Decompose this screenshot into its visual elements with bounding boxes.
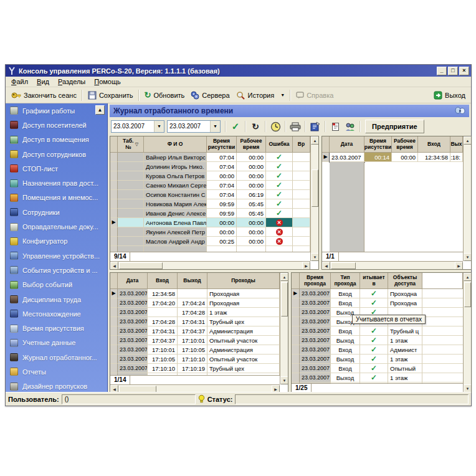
sidebar-item[interactable]: Назначения прав дост... <box>6 176 107 190</box>
maximize-button[interactable]: □ <box>448 67 458 75</box>
menu-item[interactable]: Разделы <box>54 77 90 86</box>
document-button[interactable] <box>328 120 343 133</box>
chevron-down-icon[interactable]: ▼ <box>154 121 164 132</box>
sidebar-item[interactable]: Помещения и мнемос... <box>6 191 107 205</box>
scroll-left-icon[interactable]: ◀ <box>110 262 118 270</box>
table-row[interactable]: ▶ Маслов Андрей Андр 00:25 00:00 ✓✕ <box>110 237 310 246</box>
vertical-scrollbar[interactable]: ▲ ▼ <box>310 136 318 261</box>
table-row[interactable]: ▶ 23.03.2007 Выход ✓✕ 1 этаж <box>292 355 463 364</box>
scroll-up-icon[interactable]: ▲ <box>464 136 472 145</box>
close-button[interactable]: × <box>459 67 469 75</box>
table-row[interactable]: ▶ 23.03.2007 12:34:58 Проходная <box>110 289 280 298</box>
table-row[interactable]: ▶ 23.03.2007 00:14 00:00 12:34:58 17:18: <box>322 153 463 162</box>
col-tab-number[interactable]: Таб. № ▽ <box>118 136 144 153</box>
enterprise-staff-button[interactable] <box>343 120 358 133</box>
col-passes[interactable]: Проходы <box>207 273 280 289</box>
table-row[interactable]: ▶ Саенко Михаил Серге 07:04 00:00 ✓✕ <box>110 181 310 190</box>
scroll-down-icon[interactable]: ▼ <box>464 253 472 261</box>
scrollbar-thumb[interactable] <box>331 262 356 269</box>
table-row[interactable]: ▶ 23.03.2007 Вход ✓✕ Опытный <box>292 364 463 373</box>
horizontal-scrollbar[interactable]: ◀ ▶ <box>322 261 463 269</box>
col-access-objects[interactable]: Объекты доступа <box>388 273 422 289</box>
table-row[interactable]: ▶ 23.03.2007 17:10:05 17:10:10 Опытный у… <box>110 355 280 364</box>
print-button[interactable] <box>288 120 303 133</box>
col-date[interactable]: Дата <box>330 136 364 153</box>
scroll-down-icon[interactable]: ▼ <box>280 376 288 384</box>
scrollbar-thumb[interactable] <box>281 282 288 317</box>
col-presence-time[interactable]: Время рисутстви <box>364 136 392 153</box>
recalc-button[interactable]: ↻ <box>248 120 263 133</box>
date-from-combo[interactable]: 23.03.2007 ▼ <box>111 120 164 133</box>
table-row[interactable]: ▶ 23.03.2007 17:04:37 17:10:01 Опытный у… <box>110 336 280 345</box>
end-session-button[interactable]: Закончить сеанс <box>8 90 80 101</box>
export-button[interactable] <box>308 120 323 133</box>
sidebar-item[interactable]: Выбор событий <box>6 278 107 292</box>
table-row[interactable]: ▶ 23.03.2007 Вход ✓✕ Проходна <box>292 289 463 298</box>
menu-item[interactable]: Помощь <box>90 77 125 86</box>
sidebar-scroll-up-button[interactable]: ▲ <box>95 105 105 115</box>
table-row[interactable]: ▶ 23.03.2007 17:10:01 17:10:05 Администр… <box>110 345 280 355</box>
minimize-button[interactable]: _ <box>437 67 447 75</box>
sidebar-item[interactable]: Доступ сотрудников <box>6 147 107 161</box>
horizontal-scrollbar[interactable]: ◀ ▶ <box>110 261 310 269</box>
servers-button[interactable]: Сервера <box>188 90 232 101</box>
col-presence-time[interactable]: Время рисутстви <box>207 136 237 153</box>
sidebar-item[interactable]: Сотрудники <box>6 205 107 219</box>
col-vr[interactable]: Вр <box>293 136 310 153</box>
table-row[interactable]: ▶ Курова Ольга Петров 00:00 00:00 ✓✕ <box>110 171 310 181</box>
col-exit[interactable]: Выход <box>178 273 207 289</box>
col-fio[interactable]: Ф И О <box>144 136 207 153</box>
col-date[interactable]: Дата <box>118 273 148 289</box>
table-row[interactable]: ▶ Долинин Игорь Нико. 07:04 00:00 ✓✕ <box>110 162 310 171</box>
scrollbar-thumb[interactable] <box>464 282 471 307</box>
refresh-button[interactable]: ↻ Обновить <box>141 89 188 101</box>
sidebar-item[interactable]: Дисциплина труда <box>6 292 107 307</box>
table-row[interactable]: ▶ 23.03.2007 17:04:31 17:04:37 Администр… <box>110 326 280 336</box>
sidebar-item[interactable]: СТОП-лист <box>6 161 107 176</box>
col-entry[interactable]: Вход <box>148 273 178 289</box>
exit-button[interactable]: Выход <box>431 90 469 101</box>
sidebar-item[interactable]: Конфигуратор <box>6 234 107 249</box>
table-row[interactable]: ▶ 23.03.2007 17:10:10 17:10:19 Трубный ц… <box>110 364 280 373</box>
sidebar-item[interactable]: Оправдательные доку... <box>6 219 107 234</box>
enterprise-button[interactable]: Предприятие <box>365 120 424 133</box>
scrollbar-thumb[interactable] <box>119 262 163 269</box>
col-counted[interactable]: итывает в <box>360 273 388 289</box>
col-pass-time[interactable]: Время прохода <box>300 273 331 289</box>
sidebar-item[interactable]: Местонахождение <box>6 307 107 321</box>
date-to-combo[interactable]: 23.03.2007 ▼ <box>167 120 221 133</box>
help-button[interactable]: Справка <box>293 90 336 100</box>
col-exit[interactable]: Вых <box>450 136 463 153</box>
scrollbar-thumb[interactable] <box>312 169 318 207</box>
table-row[interactable]: ▶ 23.03.2007 17:04:20 17:04:24 Проходная <box>110 298 280 308</box>
col-error[interactable]: Ошибка <box>266 136 293 153</box>
table-row[interactable]: ▶ Вайнер Илья Викторс 07:04 00:00 ✓✕ <box>110 153 310 162</box>
scroll-up-icon[interactable]: ▲ <box>311 136 319 145</box>
sidebar-item[interactable]: Учетные данные <box>6 336 107 350</box>
table-row[interactable]: ▶ Новикова Мария Алек 09:59 05:45 ✓✕ <box>110 199 310 209</box>
sidebar-item[interactable]: События устройств и ... <box>6 263 107 277</box>
table-row[interactable]: ▶ 23.03.2007 Вход ✓✕ Админист <box>292 345 463 355</box>
sidebar-item[interactable]: Доступ посетителей <box>6 118 107 132</box>
sidebar-item[interactable]: Отчеты <box>6 364 107 379</box>
sidebar-item[interactable]: Управление устройств... <box>6 249 107 263</box>
sidebar-item[interactable]: Доступ в помещения <box>6 133 107 147</box>
title-bar[interactable]: Консоль управления PERCo-S-20, Версия: 1… <box>6 65 471 77</box>
scroll-up-icon[interactable]: ▲ <box>280 273 288 281</box>
col-work-time[interactable]: Рабочее время <box>237 136 266 153</box>
scroll-right-icon[interactable]: ▶ <box>302 262 310 270</box>
time-button[interactable] <box>268 120 283 133</box>
vertical-scrollbar[interactable]: ▲ ▼ <box>463 136 471 261</box>
table-row[interactable]: ▶ 23.03.2007 Вход ✓✕ Проходна <box>292 298 463 308</box>
table-row[interactable]: ▶ 23.03.2007 17:04:28 1 этаж <box>110 308 280 317</box>
sidebar-item[interactable]: Журнал отработанног... <box>6 350 107 364</box>
history-dropdown-button[interactable]: ▼ <box>277 92 288 98</box>
menu-item[interactable]: Вид <box>32 77 54 86</box>
apply-button[interactable]: ✓ <box>228 120 243 133</box>
scroll-left-icon[interactable]: ◀ <box>322 262 330 270</box>
col-pass-type[interactable]: Тип прохода <box>331 273 360 289</box>
sidebar-item[interactable]: Дизайнер пропусков <box>6 379 107 392</box>
table-row[interactable]: ▶ 23.03.2007 17:04:28 17:04:31 Трубный ц… <box>110 317 280 326</box>
vertical-scrollbar[interactable]: ▲ ▼ <box>280 273 288 384</box>
sidebar-item[interactable]: Графики работы <box>6 103 107 118</box>
